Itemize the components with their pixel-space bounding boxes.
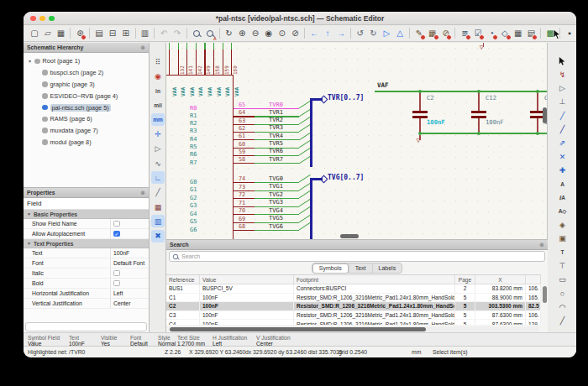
property-value[interactable]: 100nF [110,248,149,258]
net-class-icon[interactable]: ⅈA [556,191,570,204]
column-header[interactable] [526,275,541,284]
property-value[interactable] [110,269,149,278]
hierarchy-item[interactable]: ▾Root (page 1) [24,55,149,67]
nav-up-icon[interactable]: ↑ [322,27,333,39]
highlight-net-icon[interactable]: ↯ [556,68,570,81]
hier-sheet-icon[interactable]: ▣ [556,232,570,245]
hv-wire-icon[interactable]: ∟ [151,171,165,184]
table-row[interactable]: BUS1BUSPCI_5VConnectors:BUSPCI283.8200 m… [166,284,541,294]
property-value[interactable] [110,279,149,288]
textbox-icon[interactable]: ⊤ [556,260,570,273]
erc-icon[interactable]: ☑ [472,27,484,39]
tab-text[interactable]: Text [349,263,372,273]
plot-icon[interactable]: ⊞ [120,27,132,39]
console-icon[interactable]: ▪ [564,27,575,39]
tab-labels[interactable]: Labels [372,263,402,273]
undo-icon[interactable]: ↶ [158,27,170,39]
save-icon[interactable]: ▦ [55,27,67,39]
line-icon[interactable]: ╱ [556,315,570,327]
title-bar[interactable]: *pal-ntsc [video/pal-ntsc.sch] — Schemat… [24,12,576,25]
open-file-icon[interactable]: ▱ [42,27,54,39]
canvas-h-scrollbar-thumb[interactable] [340,234,359,238]
zoom-objects-icon[interactable]: ⊙ [276,27,288,39]
property-value[interactable]: Default Font [110,258,149,268]
simulator-icon[interactable]: ◔ [486,27,497,39]
symbol-links-icon[interactable]: ⊘ [440,27,452,39]
checkbox-unchecked[interactable] [113,270,120,277]
free-angle-wire-icon[interactable]: ∿ [151,157,165,170]
search-close-icon[interactable]: ⊗ [539,242,544,248]
text-icon[interactable]: T [556,246,570,258]
schematic-setup-icon[interactable]: ⊛ [74,27,86,39]
canvas-v-scrollbar-thumb[interactable] [543,107,547,123]
nav-back-icon[interactable]: ← [308,27,320,39]
rect-icon[interactable]: ▭ [556,274,570,286]
properties-close-icon[interactable]: ⊗ [140,190,145,196]
units-mils-icon[interactable]: mil [151,99,165,112]
global-label-icon[interactable]: A◇ [556,205,570,217]
net-label-icon[interactable]: A [556,178,570,190]
expander-icon[interactable]: ▾ [29,58,34,64]
place-symbol-icon[interactable]: ▷ [556,82,570,95]
redo-icon[interactable]: ↷ [171,27,183,39]
assign-footprints-icon[interactable]: ◇ [499,27,511,39]
junction-icon[interactable]: ✚ [556,164,570,176]
hierarchy-item[interactable]: ESVIDEO~RVB (page 4) [24,90,149,102]
property-value[interactable]: Left [110,289,149,298]
column-header[interactable]: Page [455,275,475,284]
table-row[interactable]: C3100nFResistor_SMD:R_1206_3216Metric_Pa… [166,311,541,321]
mirror-h-icon[interactable]: ▷ [381,27,392,39]
draw-bus-icon[interactable]: ╱ [556,123,570,136]
place-power-port-icon[interactable]: ⊥ [556,96,570,108]
paste-icon[interactable]: ▥ [139,27,151,39]
schematic-canvas[interactable]: VAA132VAA141VAA142VAA149VAA158VAA159VAA1… [166,43,548,239]
hierarchy-item-selected[interactable]: pal-ntsc.sch (page 5) [24,102,149,113]
bus-entry-icon[interactable]: ⇗ [556,137,570,149]
hierarchy-item[interactable]: buspci.sch (page 2) [24,67,149,79]
circle-icon[interactable]: ○ [556,287,570,300]
hierarchy-close-icon[interactable]: ⊗ [140,44,145,51]
property-value[interactable]: Center [110,299,149,308]
search-input[interactable]: Search [169,251,545,262]
page-settings-icon[interactable]: ▤ [93,27,105,39]
table-vertical-scrollbar[interactable] [543,286,547,303]
zoom-selection-icon[interactable]: ⊘ [290,27,302,39]
hier-label-icon[interactable]: ◈ [556,219,570,232]
checkbox-unchecked[interactable] [113,280,120,287]
draw-wire-icon[interactable]: ╱ [556,109,570,122]
hierarchy-navigator-icon[interactable]: ▥ [151,215,165,227]
no-connect-icon[interactable]: ✕ [556,150,570,163]
rotate-ccw-icon[interactable]: ↺ [354,27,366,39]
arc-icon[interactable]: ◠ [556,300,570,313]
checkbox-checked[interactable]: ✓ [113,231,120,237]
hierarchy-item[interactable]: modul (page 8) [24,137,149,149]
grid-toggle-icon[interactable]: ⠿ [151,55,165,68]
column-header[interactable]: X [475,275,526,284]
mirror-v-icon[interactable]: △ [394,27,406,39]
column-header[interactable]: Value [200,275,294,284]
find-icon[interactable] [191,27,202,39]
hierarchy-item[interactable]: graphic (page 3) [24,79,149,91]
rotate-cw-icon[interactable]: ↻ [368,27,380,39]
table-row[interactable]: C4100nFResistor_SMD:R_1206_3216Metric_Pa… [166,320,541,325]
table-horizontal-scrollbar[interactable] [168,326,539,332]
property-value[interactable]: ✓ [110,229,149,238]
units-mm-icon[interactable]: mm [151,113,165,126]
annotate-icon[interactable]: ✎ [413,27,425,39]
wire-45-icon[interactable]: ╱ [151,186,165,199]
print-icon[interactable]: ⊟ [107,27,118,39]
column-header[interactable]: Footprint [294,275,455,284]
column-header[interactable]: Reference [166,275,200,284]
hierarchy-item[interactable]: muxdata (page 7) [24,125,149,137]
bom-icon[interactable]: ▤ [526,27,538,39]
tab-symbols[interactable]: Symbols [312,263,349,274]
bus-definitions-icon[interactable]: ≣ [459,27,470,39]
grid-snap-lock-icon[interactable]: ◉ [151,70,165,82]
hidden-pins-icon[interactable]: ▷ [151,143,165,155]
property-value[interactable] [110,219,149,228]
new-file-icon[interactable]: ▢ [29,27,40,39]
find-replace-icon[interactable]: A [204,27,216,39]
properties-panel-icon[interactable]: ✖ [151,230,165,243]
erc-markers-icon[interactable]: ▦ [151,201,165,213]
checkbox-unchecked[interactable] [113,221,120,227]
